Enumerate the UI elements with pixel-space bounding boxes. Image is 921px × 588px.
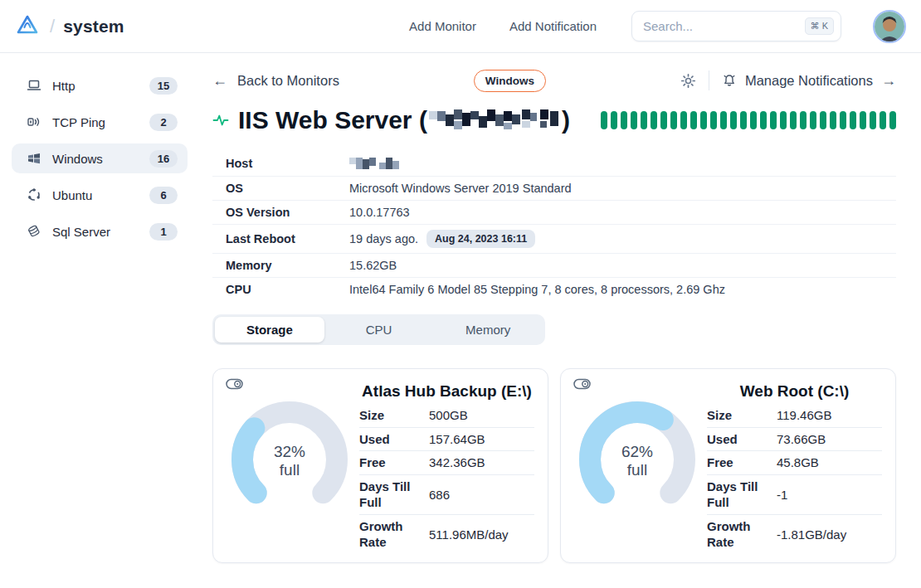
right-arrow-icon: → (881, 72, 896, 90)
storage-cards: 32% full Atlas Hub Backup (E:\) Size500G… (212, 368, 896, 563)
uptime-bar (790, 111, 797, 129)
sidebar-item-tcp-ping[interactable]: TCP Ping 2 (12, 107, 188, 137)
add-notification-link[interactable]: Add Notification (509, 19, 597, 33)
sidebar-item-ubuntu[interactable]: Ubuntu 6 (12, 180, 188, 210)
add-monitor-link[interactable]: Add Monitor (409, 19, 476, 33)
uptime-bar (660, 111, 667, 129)
monitor-type-badge: Windows (474, 70, 546, 92)
uptime-bar (820, 111, 826, 129)
info-row-os: OS Microsoft Windows Server 2019 Standar… (212, 177, 896, 201)
uptime-bar (810, 111, 816, 129)
user-avatar[interactable] (873, 10, 906, 43)
count-badge: 15 (149, 77, 178, 95)
watch-toggle-icon[interactable] (226, 378, 243, 393)
count-badge: 2 (149, 114, 178, 131)
brand-separator: / (50, 16, 55, 37)
uptime-bar (690, 111, 697, 129)
info-row-host: Host (212, 151, 896, 177)
windows-icon (27, 151, 41, 166)
sidebar-item-label: Sql Server (52, 225, 110, 239)
uptime-bar (830, 111, 836, 129)
sidebar-item-sql-server[interactable]: Sql Server 1 (12, 216, 188, 246)
sidebar-item-label: Ubuntu (52, 188, 92, 202)
info-row-last-reboot: Last Reboot 19 days ago. Aug 24, 2023 16… (212, 225, 896, 254)
toolbar-right-controls: Manage Notifications → (680, 70, 896, 90)
pulse-activity-icon (212, 112, 229, 129)
bell-icon (722, 73, 737, 88)
manage-notifications-link[interactable]: Manage Notifications → (722, 72, 896, 90)
uptime-bar (770, 111, 777, 129)
count-badge: 16 (149, 150, 178, 168)
settings-gear-icon[interactable] (680, 73, 696, 89)
sidebar-item-http[interactable]: Http 15 (12, 70, 188, 100)
drive-stats-table: Size119.46GB Used73.66GB Free45.8GB Days… (707, 404, 882, 554)
search-placeholder: Search... (643, 19, 805, 33)
uptime-bar (870, 111, 876, 129)
uptime-bar (740, 111, 747, 129)
info-row-cpu: CPU Intel64 Family 6 Model 85 Stepping 7… (212, 278, 896, 301)
uptime-bar (840, 111, 846, 129)
info-row-memory: Memory 15.62GB (212, 254, 896, 278)
last-reboot-date-badge: Aug 24, 2023 16:11 (426, 230, 535, 248)
uptime-bar (800, 111, 806, 129)
tab-storage[interactable]: Storage (215, 317, 324, 343)
uptime-bar (641, 111, 647, 129)
left-arrow-icon: ← (212, 72, 227, 90)
uptime-bar (760, 111, 767, 129)
manage-label: Manage Notifications (745, 73, 873, 89)
search-input[interactable]: Search... ⌘ K (631, 11, 841, 41)
sidebar-item-label: Http (52, 79, 76, 93)
gauge-percent-label: 62% (621, 443, 653, 460)
uptime-bar (621, 111, 627, 129)
top-nav: Add Monitor Add Notification (409, 19, 597, 33)
uptime-bar (710, 111, 717, 129)
sidebar-item-windows[interactable]: Windows 16 (12, 143, 188, 173)
uptime-bar (611, 111, 617, 129)
storage-card-atlas-hub-backup: 32% full Atlas Hub Backup (E:\) Size500G… (212, 368, 548, 563)
tab-cpu[interactable]: CPU (324, 317, 434, 343)
uptime-bar (780, 111, 787, 129)
atlas-logo-icon (13, 11, 41, 42)
gauge-full-label: full (627, 461, 647, 479)
uptime-bar (730, 111, 737, 129)
search-shortcut-badge: ⌘ K (805, 17, 834, 35)
monitor-info-table: Host OS Microsoft Windows Server 2019 St… (212, 151, 896, 301)
metric-tabs: Storage CPU Memory (212, 314, 545, 345)
brand[interactable]: / system (13, 11, 124, 42)
storage-gauge: 62% full (568, 376, 707, 557)
main-content: ← Back to Monitors Windows (199, 53, 921, 588)
laptop-icon (27, 78, 41, 93)
count-badge: 1 (149, 223, 178, 241)
drive-title: Atlas Hub Backup (E:\) (359, 382, 534, 401)
uptime-bar (651, 111, 657, 129)
back-label: Back to Monitors (237, 73, 339, 89)
storage-card-web-root: 62% full Web Root (C:\) Size119.46GB Use… (560, 368, 896, 563)
database-icon (27, 224, 41, 239)
ubuntu-icon (27, 187, 41, 202)
uptime-bar (850, 111, 856, 129)
count-badge: 6 (149, 187, 178, 204)
sidebar: Http 15 TCP Ping 2 Windows 16 (0, 53, 199, 588)
uptime-strip (601, 111, 896, 129)
tab-memory[interactable]: Memory (433, 317, 543, 343)
redacted-host-value (349, 156, 402, 171)
sidebar-item-label: Windows (52, 152, 103, 166)
gauge-percent-label: 32% (274, 443, 305, 460)
monitor-toolbar: ← Back to Monitors Windows (212, 66, 896, 95)
vertical-divider (709, 70, 709, 90)
uptime-bar (880, 111, 886, 129)
uptime-bar (670, 111, 677, 129)
uptime-bar (720, 111, 727, 129)
uptime-bar (750, 111, 757, 129)
brand-name: system (63, 17, 124, 36)
ping-icon (27, 114, 41, 129)
uptime-bar (680, 111, 687, 129)
sidebar-item-label: TCP Ping (52, 115, 105, 129)
gauge-full-label: full (280, 461, 300, 479)
watch-toggle-icon[interactable] (573, 378, 591, 393)
back-to-monitors-link[interactable]: ← Back to Monitors (212, 72, 339, 90)
uptime-bar (860, 111, 866, 129)
last-reboot-relative: 19 days ago. (349, 232, 418, 245)
top-header: / system Add Monitor Add Notification Se… (0, 0, 921, 53)
uptime-bar (631, 111, 637, 129)
